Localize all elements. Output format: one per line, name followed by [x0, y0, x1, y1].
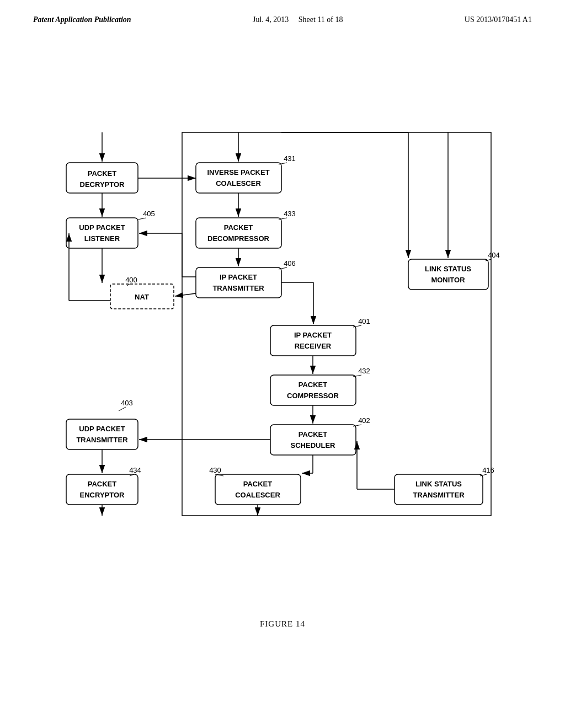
svg-rect-38	[270, 375, 356, 405]
svg-text:COMPRESSOR: COMPRESSOR	[287, 392, 339, 400]
svg-rect-58	[66, 474, 138, 505]
svg-text:433: 433	[284, 210, 296, 218]
svg-text:IP PACKET: IP PACKET	[294, 331, 332, 339]
diagram-area: PACKET DECRYPTOR INVERSE PACKET COALESCE…	[33, 77, 530, 529]
publication-label: Patent Application Publication	[33, 15, 131, 24]
svg-text:LISTENER: LISTENER	[84, 234, 120, 243]
svg-line-73	[175, 293, 196, 296]
svg-text:RECEIVER: RECEIVER	[295, 342, 332, 350]
svg-text:TRANSMITTER: TRANSMITTER	[212, 284, 264, 292]
svg-text:431: 431	[284, 154, 296, 163]
svg-text:MONITOR: MONITOR	[431, 276, 465, 284]
figure-caption: FIGURE 14	[0, 619, 565, 629]
svg-text:DECOMPRESSOR: DECOMPRESSOR	[207, 234, 270, 243]
svg-text:PACKET: PACKET	[243, 480, 273, 488]
svg-text:402: 402	[358, 416, 370, 425]
svg-rect-53	[215, 474, 301, 505]
svg-rect-33	[270, 325, 356, 356]
svg-text:430: 430	[209, 466, 221, 474]
svg-text:401: 401	[358, 317, 370, 325]
svg-text:COALESCER: COALESCER	[235, 491, 280, 499]
svg-rect-9	[66, 218, 138, 248]
svg-rect-19	[196, 267, 281, 298]
svg-line-52	[119, 407, 126, 411]
svg-text:ENCRYPTOR: ENCRYPTOR	[80, 491, 125, 499]
svg-text:SCHEDULER: SCHEDULER	[291, 441, 336, 449]
svg-text:PACKET: PACKET	[88, 169, 117, 178]
svg-text:TRANSMITTER: TRANSMITTER	[76, 436, 128, 444]
svg-text:405: 405	[143, 210, 155, 218]
svg-text:UDP PACKET: UDP PACKET	[79, 425, 125, 433]
svg-text:UDP PACKET: UDP PACKET	[79, 223, 125, 232]
svg-text:432: 432	[358, 367, 370, 375]
svg-rect-48	[66, 419, 138, 449]
svg-text:416: 416	[482, 466, 494, 474]
page-header: Patent Application Publication Jul. 4, 2…	[0, 0, 565, 24]
svg-rect-63	[395, 474, 483, 505]
svg-text:434: 434	[129, 466, 141, 474]
svg-text:TRANSMITTER: TRANSMITTER	[413, 491, 465, 499]
svg-rect-43	[270, 425, 356, 455]
patent-number-label: US 2013/0170451 A1	[465, 15, 532, 24]
svg-rect-4	[196, 163, 281, 193]
svg-text:404: 404	[488, 251, 500, 259]
svg-text:IP PACKET: IP PACKET	[220, 273, 257, 281]
svg-text:406: 406	[284, 259, 296, 267]
svg-text:400: 400	[125, 276, 137, 284]
svg-text:403: 403	[121, 399, 133, 407]
svg-text:NAT: NAT	[135, 293, 149, 301]
svg-text:LINK STATUS: LINK STATUS	[415, 480, 462, 488]
svg-rect-28	[408, 259, 488, 290]
svg-line-13	[138, 218, 146, 220]
svg-text:PACKET: PACKET	[299, 430, 328, 438]
svg-text:PACKET: PACKET	[299, 381, 328, 389]
svg-text:PACKET: PACKET	[88, 480, 117, 488]
figure-label: FIGURE 14	[260, 619, 305, 628]
svg-text:PACKET: PACKET	[224, 223, 253, 232]
svg-text:INVERSE PACKET: INVERSE PACKET	[207, 168, 269, 176]
date-label: Jul. 4, 2013 Sheet 11 of 18	[253, 15, 343, 24]
svg-text:COALESCER: COALESCER	[216, 179, 261, 188]
svg-rect-14	[196, 218, 281, 248]
svg-text:LINK STATUS: LINK STATUS	[425, 265, 471, 273]
svg-text:DECRYPTOR: DECRYPTOR	[80, 180, 125, 189]
